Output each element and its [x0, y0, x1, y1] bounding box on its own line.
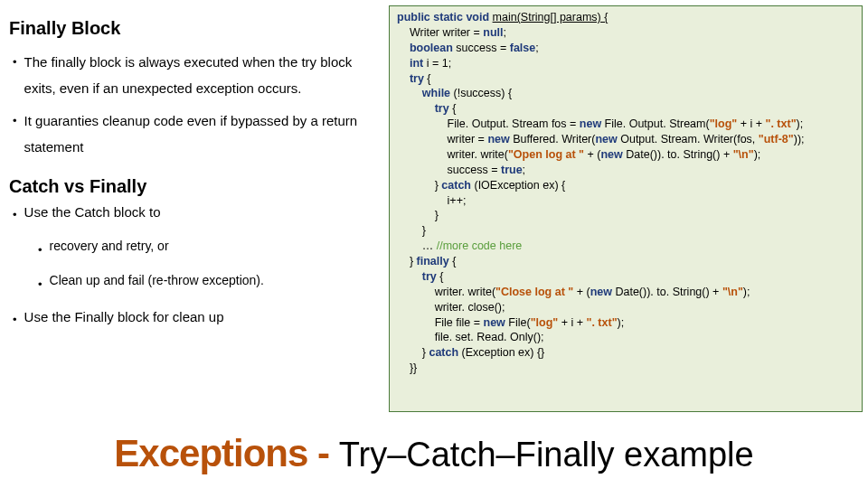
code-kw: new	[590, 286, 616, 298]
code-kw: new	[487, 133, 513, 145]
code-text	[397, 102, 435, 115]
code-str: ". txt"	[587, 316, 618, 329]
code-text: }	[397, 209, 439, 221]
code-text: ;	[523, 164, 525, 176]
code-text: }	[397, 255, 417, 267]
code-text: ;	[503, 26, 505, 39]
list-item: • recovery and retry, or	[34, 238, 384, 264]
code-kw: try	[410, 72, 427, 85]
code-kw: public static void	[397, 11, 493, 23]
bullet-text: The finally block is always executed whe…	[24, 50, 384, 101]
bullets-finally: • The finally block is always executed w…	[9, 50, 384, 160]
code-str: "utf-8"	[759, 133, 794, 145]
left-column: Finally Block • The finally block is alw…	[9, 18, 384, 349]
slide-title: Exceptions - Try–Catch–Finally example	[0, 432, 868, 475]
code-kw: try	[422, 270, 439, 283]
code-text	[397, 87, 422, 99]
code-text: …	[397, 239, 437, 252]
code-text: {	[452, 102, 456, 115]
bullet-text: Use the Finally block for clean up	[24, 307, 384, 328]
bullet-icon: •	[13, 108, 17, 135]
code-text: File. Output. Stream fos =	[397, 117, 580, 130]
heading-catch-vs-finally: Catch vs Finally	[9, 176, 384, 197]
code-text: }}	[397, 361, 417, 374]
code-kw: catch	[429, 346, 461, 359]
code-str: "Close log at "	[495, 286, 577, 298]
title-prefix: Exceptions -	[114, 432, 338, 474]
code-text: file. set. Read. Only();	[397, 331, 544, 343]
code-text: Date()). to. String() +	[626, 148, 732, 161]
bullet-text: recovery and retry, or	[50, 238, 384, 256]
code-text: writer =	[397, 133, 487, 145]
code-text: + i +	[741, 117, 766, 130]
code-kw: new	[580, 117, 605, 130]
code-text: File file =	[397, 316, 484, 329]
code-text: success =	[397, 164, 501, 176]
code-text: + (	[588, 148, 601, 161]
code-text: main(String[] params) {	[493, 11, 609, 23]
code-text	[397, 72, 410, 85]
code-text: Date()). to. String() +	[615, 286, 722, 298]
code-text: Buffered. Writer(	[513, 133, 595, 145]
code-kw: new	[484, 316, 509, 329]
code-str: "\n"	[733, 148, 754, 161]
code-kw: catch	[441, 179, 474, 192]
code-text: + i +	[561, 316, 587, 329]
bullet-text: Clean up and fail (re-throw exception).	[50, 272, 384, 290]
code-text: );	[797, 117, 804, 130]
code-text: (!success) {	[454, 87, 513, 99]
list-item: • Use the Catch block to	[9, 202, 384, 229]
code-sample: public static void main(String[] params)…	[389, 5, 863, 412]
code-kw: while	[422, 87, 454, 99]
code-text: {	[452, 255, 456, 267]
code-text: i = 1;	[427, 57, 451, 70]
code-text: success =	[456, 42, 509, 54]
list-item: • Clean up and fail (re-throw exception)…	[34, 272, 384, 298]
code-text: File(	[508, 316, 530, 329]
bullet-icon: •	[13, 50, 17, 76]
code-text: ;	[535, 42, 538, 54]
code-kw: false	[510, 42, 536, 54]
code-text: {	[439, 270, 443, 283]
bullet-icon: •	[38, 238, 42, 264]
code-text: {	[427, 72, 430, 85]
code-kw: try	[435, 102, 452, 115]
code-text: + (	[577, 286, 590, 298]
code-str: ". txt"	[766, 117, 797, 130]
code-str: "log"	[710, 117, 741, 130]
code-text: );	[743, 286, 750, 298]
bullet-icon: •	[13, 307, 17, 333]
code-kw: new	[600, 148, 626, 161]
code-text: writer. close();	[397, 301, 505, 314]
code-text: writer. write(	[397, 286, 495, 298]
code-text	[397, 42, 410, 54]
list-item: • Use the Finally block for clean up	[9, 307, 384, 333]
bullet-text: Use the Catch block to	[24, 202, 384, 223]
heading-finally-block: Finally Block	[9, 18, 384, 39]
code-text: writer. write(	[397, 148, 508, 161]
list-item: • The finally block is always executed w…	[9, 50, 384, 101]
code-text: }	[397, 179, 441, 192]
code-kw: new	[595, 133, 620, 145]
code-str: "Open log at "	[508, 148, 588, 161]
code-kw: null	[483, 26, 503, 39]
title-suffix: Try–Catch–Finally example	[339, 436, 754, 474]
code-text: i++;	[397, 194, 466, 207]
bullets-catch-vs-finally: • Use the Catch block to • recovery and …	[9, 202, 384, 333]
code-kw: true	[501, 164, 523, 176]
code-text: ));	[794, 133, 805, 145]
list-item: • It guaranties cleanup code even if byp…	[9, 108, 384, 160]
sub-list: • recovery and retry, or • Clean up and …	[34, 238, 384, 298]
bullet-icon: •	[38, 272, 42, 298]
code-text: }	[397, 346, 429, 359]
code-text: (IOException ex) {	[474, 179, 565, 192]
code-str: "\n"	[722, 286, 743, 298]
code-text: }	[397, 224, 426, 237]
code-kw: boolean	[410, 42, 456, 54]
code-text	[397, 57, 410, 70]
code-text: File. Output. Stream(	[605, 117, 710, 130]
code-text: );	[754, 148, 761, 161]
bullet-icon: •	[13, 202, 17, 229]
code-text: );	[618, 316, 625, 329]
bullet-text: It guaranties cleanup code even if bypas…	[24, 108, 384, 160]
